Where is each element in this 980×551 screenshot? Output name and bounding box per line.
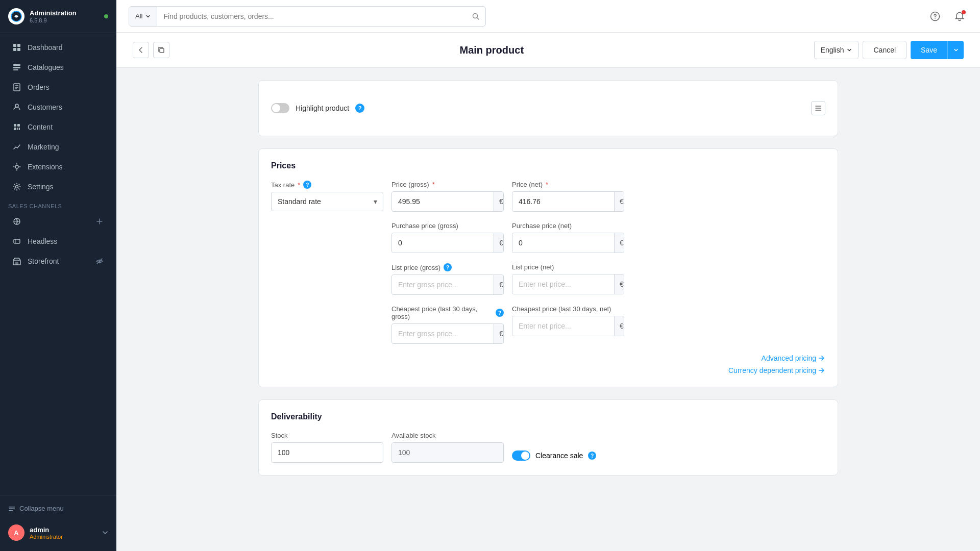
- app-name: Administration: [30, 9, 77, 17]
- sidebar-item-catalogues[interactable]: Catalogues: [4, 58, 112, 77]
- save-button[interactable]: Save: [911, 41, 947, 59]
- cheapest-info-icon[interactable]: ?: [496, 309, 504, 317]
- tax-rate-select[interactable]: Standard rate: [271, 192, 383, 211]
- search-input[interactable]: [157, 7, 466, 26]
- tax-rate-info-icon[interactable]: ?: [303, 181, 311, 189]
- language-label: English: [821, 46, 844, 54]
- save-dropdown-button[interactable]: [947, 41, 964, 59]
- list-price-net-input[interactable]: [512, 274, 614, 294]
- list-price-net-currency: €: [614, 274, 624, 294]
- stock-input-wrapper: [271, 442, 383, 463]
- highlight-card: Highlight product ?: [258, 80, 838, 136]
- sidebar-item-storefront[interactable]: Storefront: [4, 252, 112, 271]
- available-stock-input[interactable]: [392, 443, 503, 462]
- sidebar-item-marketing[interactable]: Marketing: [4, 137, 112, 157]
- purchase-gross-group: Purchase price (gross) €: [391, 222, 504, 253]
- svg-point-12: [15, 104, 18, 107]
- extensions-icon: [12, 162, 21, 171]
- storefront-visibility-toggle[interactable]: [95, 257, 104, 266]
- svg-rect-15: [14, 128, 16, 130]
- highlight-product-label: Highlight product: [296, 104, 349, 112]
- purchase-net-label: Purchase price (net): [512, 222, 624, 230]
- sidebar-item-extensions[interactable]: Extensions: [4, 157, 112, 177]
- svg-rect-32: [9, 510, 13, 511]
- prices-card: Prices Tax rate * ? Standard rate: [258, 148, 838, 387]
- sidebar-nav: Dashboard Catalogues Orders Customers Co…: [0, 33, 116, 495]
- available-stock-group: Available stock: [391, 432, 504, 463]
- list-price-net-input-wrapper: €: [512, 274, 624, 294]
- list-price-gross-input[interactable]: [392, 275, 494, 294]
- user-info: admin Administrator: [30, 526, 97, 540]
- clearance-sale-group: Clearance sale ?: [512, 450, 596, 463]
- user-avatar: A: [8, 524, 24, 541]
- stock-label: Stock: [271, 432, 383, 439]
- sidebar-item-label: Settings: [28, 183, 54, 191]
- tax-rate-group: Tax rate * ? Standard rate: [271, 181, 383, 212]
- back-button[interactable]: [133, 42, 149, 58]
- notifications-button[interactable]: [951, 8, 968, 24]
- sidebar-item-label: Extensions: [28, 163, 62, 171]
- svg-point-36: [935, 18, 936, 19]
- clearance-sale-toggle[interactable]: [512, 450, 530, 461]
- search-button[interactable]: [466, 7, 485, 26]
- dashboard-icon: [12, 43, 21, 52]
- sidebar-item-dashboard[interactable]: Dashboard: [4, 38, 112, 57]
- stock-input[interactable]: [272, 443, 383, 462]
- price-gross-required: *: [432, 181, 435, 188]
- svg-rect-16: [17, 128, 18, 130]
- prices-row-1: Tax rate * ? Standard rate Price (gro: [271, 181, 825, 212]
- advanced-pricing-link[interactable]: Advanced pricing: [762, 354, 825, 362]
- svg-point-18: [15, 165, 18, 168]
- list-price-info-icon[interactable]: ?: [444, 263, 452, 271]
- user-menu-button[interactable]: [102, 530, 108, 536]
- svg-line-34: [477, 17, 479, 19]
- add-sales-channel-button[interactable]: [95, 217, 104, 226]
- app-version: 6.5.8.9: [30, 17, 77, 23]
- list-price-gross-label: List price (gross) ?: [391, 263, 504, 271]
- catalogues-icon: [12, 63, 21, 72]
- user-name: admin: [30, 526, 97, 534]
- cancel-button[interactable]: Cancel: [863, 41, 906, 59]
- svg-rect-3: [13, 48, 16, 51]
- collapse-menu-button[interactable]: Collapse menu: [8, 502, 108, 515]
- price-gross-label: Price (gross) *: [391, 181, 504, 188]
- price-net-input[interactable]: [512, 192, 614, 211]
- search-type-selector[interactable]: All: [129, 7, 157, 26]
- clearance-sale-info-icon[interactable]: ?: [588, 452, 596, 460]
- purchase-gross-currency: €: [494, 233, 504, 253]
- svg-rect-24: [14, 239, 20, 243]
- sidebar-item-orders[interactable]: Orders: [4, 78, 112, 97]
- collapse-menu-label: Collapse menu: [19, 505, 64, 512]
- global-search-bar: All: [129, 6, 486, 27]
- purchase-gross-input[interactable]: [392, 233, 494, 253]
- purchase-net-input[interactable]: [512, 233, 614, 253]
- header-nav: [133, 42, 169, 58]
- prices-row-3: List price (gross) ? € List price (n: [271, 263, 825, 295]
- sidebar-item-customers[interactable]: Customers: [4, 97, 112, 117]
- purchase-net-currency: €: [614, 233, 624, 253]
- page-title: Main product: [178, 44, 806, 56]
- list-view-icon[interactable]: [811, 101, 825, 115]
- marketing-icon: [12, 142, 21, 152]
- price-gross-input[interactable]: [392, 192, 494, 211]
- sidebar-item-content[interactable]: Content: [4, 117, 112, 137]
- prices-row-2: Purchase price (gross) € Purchase price …: [271, 222, 825, 253]
- purchase-net-group: Purchase price (net) €: [512, 222, 624, 253]
- highlight-product-toggle[interactable]: [271, 103, 289, 113]
- cheapest-net-input[interactable]: [512, 316, 614, 336]
- save-button-group: Save: [911, 41, 964, 59]
- content-icon: [12, 122, 21, 132]
- cheapest-gross-input[interactable]: [392, 324, 494, 343]
- help-button[interactable]: [927, 8, 943, 24]
- sidebar-item-settings[interactable]: Settings: [4, 177, 112, 196]
- highlight-info-icon[interactable]: ?: [355, 104, 364, 113]
- duplicate-button[interactable]: [153, 42, 169, 58]
- svg-point-19: [16, 186, 18, 188]
- sidebar-item-headless[interactable]: Headless: [4, 232, 112, 251]
- price-links: Advanced pricing Currency dependent pric…: [271, 354, 825, 374]
- svg-rect-17: [19, 128, 20, 130]
- purchase-net-input-wrapper: €: [512, 233, 624, 253]
- currency-pricing-link[interactable]: Currency dependent pricing: [728, 366, 825, 374]
- content-area: Main product English Cancel Save: [116, 33, 980, 551]
- language-selector[interactable]: English: [814, 41, 859, 59]
